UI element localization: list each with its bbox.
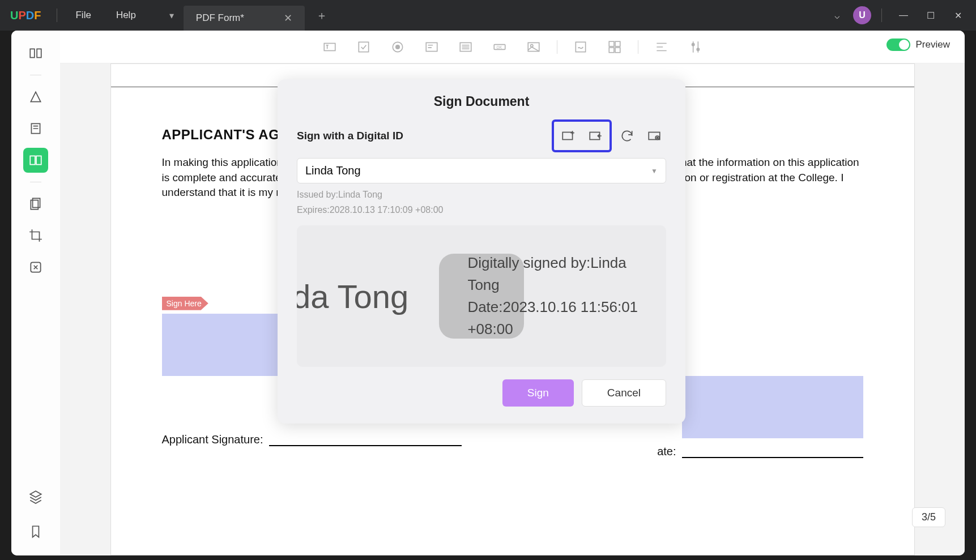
separator	[638, 40, 638, 54]
properties-tool-icon[interactable]	[685, 36, 706, 58]
svg-rect-9	[359, 42, 368, 52]
signature-label-applicant: Applicant Signature:	[162, 433, 263, 446]
image-tool-icon[interactable]	[523, 36, 544, 58]
app-logo: UPDF	[0, 9, 51, 22]
import-id-icon[interactable]	[582, 123, 608, 149]
expires-text: Expires:2028.10.13 17:10:09 +08:00	[297, 202, 666, 217]
form-icon[interactable]	[23, 148, 48, 173]
page-indicator[interactable]: 3/5	[912, 507, 945, 527]
svg-point-23	[692, 43, 694, 45]
svg-rect-12	[426, 42, 437, 51]
align-tool-icon[interactable]	[651, 36, 672, 58]
window-close-icon[interactable]: ✕	[947, 4, 969, 27]
svg-text:OK: OK	[496, 45, 502, 49]
layers-icon[interactable]	[23, 484, 48, 509]
preview-toggle[interactable]	[887, 39, 910, 51]
edit-icon[interactable]	[23, 116, 48, 141]
svg-point-24	[697, 48, 699, 50]
bookmark-icon[interactable]	[23, 519, 48, 544]
svg-rect-19	[609, 41, 614, 46]
tab-pdf-form[interactable]: PDF Form* ✕	[184, 6, 305, 31]
grid-tool-icon[interactable]	[604, 36, 625, 58]
digital-id-select[interactable]: Linda Tong ▼	[297, 158, 666, 183]
dropdown-tool-icon[interactable]	[421, 36, 442, 58]
window-maximize-icon[interactable]: ☐	[919, 4, 942, 27]
separator	[881, 8, 882, 22]
thumbnails-icon[interactable]	[23, 41, 48, 66]
tab-close-icon[interactable]: ✕	[284, 12, 292, 24]
tab-dropdown[interactable]: ▾	[160, 0, 184, 31]
pages-icon[interactable]	[23, 191, 48, 216]
view-id-icon[interactable]	[642, 125, 666, 147]
svg-point-29	[657, 137, 658, 138]
preview-label: Preview	[916, 39, 950, 50]
svg-rect-22	[615, 48, 620, 53]
signature-label-date: ate:	[657, 445, 676, 458]
id-actions-highlight	[552, 119, 612, 152]
tab-add-button[interactable]: ＋	[309, 0, 334, 31]
svg-rect-4	[36, 156, 41, 164]
signature-field-date[interactable]	[682, 376, 863, 438]
tab-title: PDF Form*	[196, 12, 244, 24]
preview-signed-by: Digitally signed by:Linda Tong	[467, 252, 649, 296]
sign-button[interactable]: Sign	[502, 379, 574, 407]
svg-rect-20	[615, 41, 620, 46]
svg-rect-1	[37, 49, 41, 57]
preview-signer-name: Linda Tong	[297, 277, 408, 315]
listbox-tool-icon[interactable]	[455, 36, 476, 58]
preview-date: Date:2023.10.16 11:56:01 +08:00	[467, 296, 649, 340]
ocr-icon[interactable]	[23, 255, 48, 280]
svg-point-11	[395, 45, 399, 49]
signature-line	[269, 445, 462, 446]
radio-tool-icon[interactable]	[387, 36, 408, 58]
cancel-button[interactable]: Cancel	[582, 379, 666, 407]
highlight-icon[interactable]	[23, 84, 48, 109]
svg-rect-18	[576, 42, 585, 52]
separator	[557, 40, 557, 54]
menu-help[interactable]: Help	[104, 10, 148, 21]
svg-rect-0	[30, 49, 35, 57]
issued-by-text: Issued by:Linda Tong	[297, 187, 666, 202]
svg-rect-21	[609, 48, 614, 53]
user-avatar[interactable]: U	[853, 6, 871, 24]
window-minimize-icon[interactable]: —	[892, 4, 915, 27]
dialog-subtitle: Sign with a Digital ID	[297, 130, 403, 142]
separator	[57, 8, 57, 22]
refresh-icon[interactable]	[615, 125, 639, 147]
svg-rect-3	[30, 156, 35, 164]
textfield-tool-icon[interactable]	[319, 36, 340, 58]
separator	[30, 75, 41, 75]
signature-preview: Linda Tong Digitally signed by:Linda Ton…	[297, 225, 666, 367]
dialog-title: Sign Document	[297, 94, 666, 109]
create-id-icon[interactable]	[555, 123, 581, 149]
crop-icon[interactable]	[23, 223, 48, 248]
form-toolbar: OK Preview	[60, 31, 965, 63]
sign-document-dialog: Sign Document Sign with a Digital ID Lin…	[278, 79, 685, 424]
menu-file[interactable]: File	[63, 10, 103, 21]
titlebar: UPDF File Help ▾ PDF Form* ✕ ＋ ⌵ U — ☐ ✕	[0, 0, 976, 31]
sign-tool-icon[interactable]	[570, 36, 591, 58]
date-line	[682, 457, 863, 458]
sign-here-tag: Sign Here	[162, 297, 208, 310]
chevron-down-icon[interactable]: ⌵	[826, 4, 849, 27]
checkbox-tool-icon[interactable]	[353, 36, 374, 58]
svg-rect-8	[324, 43, 335, 50]
dropdown-arrow-icon: ▼	[651, 167, 658, 175]
sidebar	[11, 31, 60, 555]
button-tool-icon[interactable]: OK	[489, 36, 510, 58]
separator	[30, 182, 41, 182]
selected-id-name: Linda Tong	[305, 164, 361, 177]
